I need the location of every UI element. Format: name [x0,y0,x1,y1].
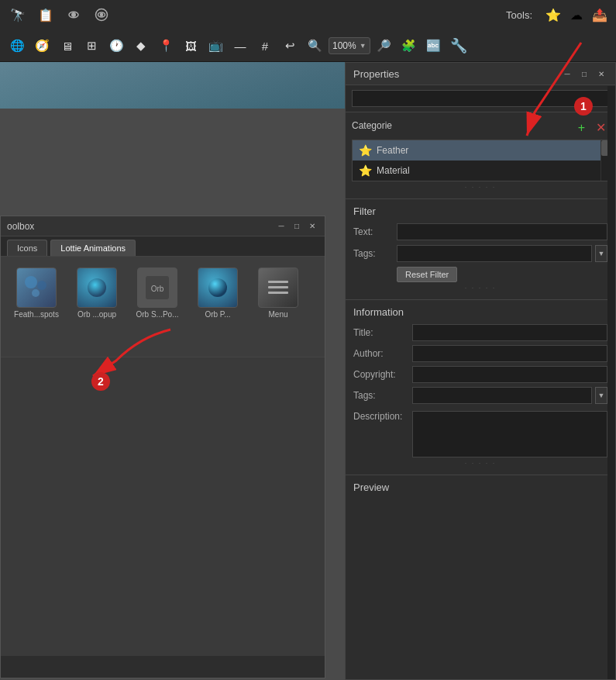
svg-point-7 [32,289,40,297]
tools-icons-group: ⭐ ☁ 📤 [543,5,610,25]
upload-tool-icon[interactable]: 📤 [590,5,610,25]
divider-2: · · · · · [353,282,607,293]
grid-icon[interactable]: ⊞ [81,35,102,57]
icon-grid: Feath...spots Orb ...opup [1,257,325,357]
svg-text:Orb: Orb [151,285,164,293]
clock-icon[interactable]: 🕐 [105,35,127,57]
zoom-selector[interactable]: 100% ▼ [329,37,370,54]
material-cat-icon: ⭐ [359,164,372,177]
information-section: Information Title: Author: Copyright: Ta… [346,300,615,475]
search2-icon[interactable]: 🔍 [304,35,325,57]
props-close-btn[interactable]: ✕ [595,67,607,80]
menu-label: Menu [268,310,287,319]
info-description-row: Description: [353,408,607,457]
star-tool-icon[interactable]: ⭐ [543,5,563,25]
diamond-icon[interactable]: ◆ [130,35,152,57]
info-copyright-row: Copyright: [353,366,607,383]
properties-title: Properties [353,68,399,80]
puzzle-icon[interactable]: 🧩 [398,35,420,57]
toolbox-maximize-btn[interactable]: □ [291,220,303,233]
list-item[interactable]: Orb ...opup [69,264,125,349]
info-tags-dropdown-btn[interactable]: ▼ [595,387,607,404]
screen-icon[interactable]: 📺 [205,35,226,57]
props-maximize-btn[interactable]: □ [578,67,590,80]
add-category-btn[interactable]: + [575,119,588,136]
svg-point-11 [208,278,227,297]
info-tags-key: Tags: [353,390,408,401]
orb-p-thumb [198,268,238,308]
toolbox-empty-area [1,357,325,656]
info-tags-input[interactable] [412,387,592,404]
clipboard-icon[interactable]: 📋 [34,3,57,26]
tools-active-icon[interactable]: 🔧 [448,35,470,57]
eye-circle-icon[interactable] [90,3,113,26]
divider-3: · · · · · [353,457,607,468]
filter-tags-input[interactable] [397,245,592,262]
svg-point-1 [72,13,76,17]
landscape-icon[interactable]: 🖼 [180,35,201,57]
undo-icon[interactable]: ↩ [279,35,301,57]
categories-toolbar: + ✕ [575,119,609,136]
list-item[interactable]: Orb Orb S...Po... [129,264,185,349]
delete-category-btn[interactable]: ✕ [593,119,609,136]
info-title-row: Title: [353,324,607,341]
tab-lottie-animations[interactable]: Lottie Animations [50,240,136,256]
dash-icon[interactable]: — [229,35,251,57]
properties-search-input[interactable] [352,90,609,107]
svg-point-6 [37,281,46,290]
hash-icon[interactable]: # [254,35,276,57]
badge-1: 1 [574,97,593,116]
preview-label: Preview [353,482,607,493]
eye-icon[interactable] [62,3,85,26]
info-author-input[interactable] [412,345,607,362]
compass-icon[interactable]: 🧭 [31,35,53,57]
translate-icon[interactable]: 🔤 [423,35,445,57]
toolbox-title: oolbox [7,221,34,232]
reset-filter-btn[interactable]: Reset Filter [397,267,457,282]
list-item[interactable]: Orb P... [190,264,246,349]
badge-2: 2 [91,372,110,391]
filter-section: Filter Text: Tags: ▼ Reset Filter · · · … [346,199,615,300]
zoom-dropdown-arrow: ▼ [360,42,367,50]
monitor-icon[interactable]: 🖥 [56,35,77,57]
tab-icons[interactable]: Icons [7,240,47,256]
svg-point-5 [25,276,37,288]
info-title-input[interactable] [412,324,607,341]
svg-point-8 [88,278,106,297]
info-description-input[interactable] [412,411,607,457]
feather-spots-thumb [16,268,57,308]
filter-tags-dropdown-btn[interactable]: ▼ [595,245,607,262]
filter-text-input[interactable] [397,223,607,240]
list-item[interactable]: Menu [250,264,306,349]
location-icon[interactable]: 📍 [155,35,177,57]
info-author-row: Author: [353,345,607,362]
feather-cat-icon: ⭐ [359,144,372,157]
filter-tags-wrap: ▼ [397,245,607,262]
info-copyright-input[interactable] [412,366,607,383]
filter-text-key: Text: [353,226,392,237]
toolbox-close-btn[interactable]: ✕ [306,220,318,233]
filter-label: Filter [353,205,607,217]
props-minimize-btn[interactable]: ─ [561,67,573,80]
zoom-value: 100% [332,40,356,51]
toolbox-window-controls: ─ □ ✕ [275,220,318,233]
binoculars-icon[interactable]: 🔭 [6,3,29,26]
category-item-material[interactable]: ⭐ Material [353,161,608,181]
toolbox-minimize-btn[interactable]: ─ [275,220,287,233]
info-tags-wrap: ▼ [412,387,607,404]
globe-icon[interactable]: 🌐 [6,35,28,57]
list-item[interactable]: Feath...spots [9,264,64,349]
top-toolbar: 🔭 📋 Tools: ⭐ ☁ 📤 🌐 🧭 🖥 ⊞ 🕐 ◆ � [0,0,616,62]
svg-rect-13 [268,286,288,288]
preview-section: Preview [346,475,615,506]
toolbox-window: oolbox ─ □ ✕ Icons Lottie Animations Fea… [0,216,325,678]
info-tags-row: Tags: ▼ [353,387,607,404]
filter-tags-row: Tags: ▼ [353,245,607,262]
svg-point-4 [101,14,103,16]
cloud-tool-icon[interactable]: ☁ [566,5,587,25]
category-item-feather[interactable]: ⭐ Feather [353,140,608,161]
properties-header: Properties ─ □ ✕ [346,63,615,85]
magnify-icon[interactable]: 🔎 [373,35,395,57]
toolbox-titlebar: oolbox ─ □ ✕ [1,216,325,236]
info-author-key: Author: [353,348,408,359]
